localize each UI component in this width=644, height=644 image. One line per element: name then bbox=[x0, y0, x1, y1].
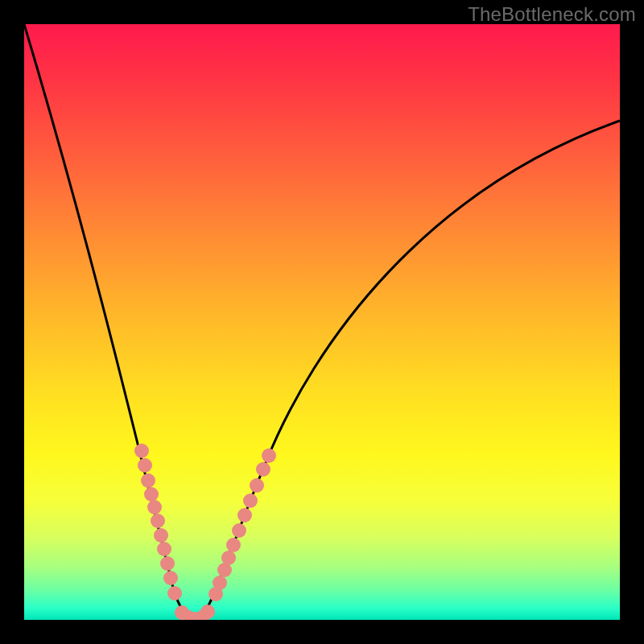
curve-dot bbox=[151, 514, 165, 528]
curve-dot bbox=[213, 576, 227, 590]
curve-dot bbox=[134, 444, 149, 458]
bottleneck-curve bbox=[24, 24, 620, 618]
curve-dots bbox=[134, 444, 276, 620]
curve-dot bbox=[221, 551, 236, 565]
curve-dot bbox=[157, 542, 171, 556]
curve-dot bbox=[200, 605, 215, 619]
chart-svg bbox=[24, 24, 620, 620]
curve-dot bbox=[163, 571, 178, 585]
curve-dot bbox=[243, 493, 258, 508]
curve-dot bbox=[256, 462, 270, 477]
curve-dot bbox=[138, 458, 152, 473]
curve-dot bbox=[160, 556, 175, 571]
curve-dot bbox=[141, 473, 155, 488]
curve-dot bbox=[232, 523, 246, 538]
curve-dot bbox=[154, 528, 168, 543]
curve-dot bbox=[237, 508, 252, 522]
chart-plot-area bbox=[24, 24, 620, 620]
curve-dot bbox=[167, 586, 182, 601]
chart-frame: TheBottleneck.com bbox=[0, 0, 644, 644]
curve-dot bbox=[144, 487, 159, 502]
curve-dot bbox=[147, 500, 162, 514]
curve-dot bbox=[250, 478, 264, 493]
curve-dot bbox=[262, 448, 276, 463]
watermark-text: TheBottleneck.com bbox=[468, 3, 636, 26]
curve-dot bbox=[226, 538, 241, 552]
